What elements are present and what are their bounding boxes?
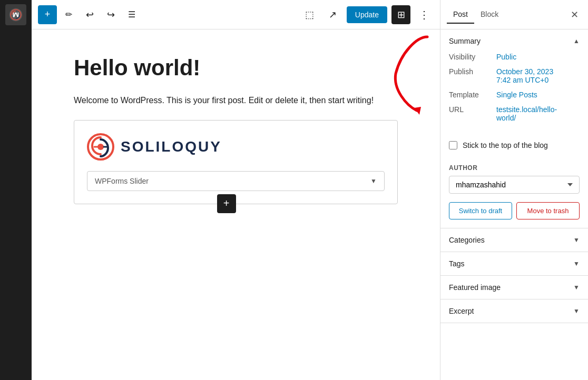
sticky-label[interactable]: Stick to the top of the blog	[463, 141, 548, 149]
featured-image-title: Featured image	[449, 283, 501, 292]
soliloquy-block[interactable]: SOLILOQUY WPForms Slider ▼ +	[74, 120, 398, 204]
featured-image-section: Featured image ▼	[440, 276, 588, 299]
url-value[interactable]: testsite.local/hello- world/	[496, 105, 557, 122]
view-post-button[interactable]: ↗	[324, 5, 342, 24]
publish-time: 7:42 am UTC+0	[496, 76, 553, 84]
plus-icon: +	[223, 197, 230, 209]
redo-icon: ↪	[107, 9, 115, 21]
add-block-button[interactable]: +	[38, 5, 57, 24]
preview-icon: ⬚	[305, 9, 314, 21]
right-sidebar: Post Block ✕ Summary ▲ Visibility Public…	[440, 0, 588, 380]
editor-wrap: + ✏ ↩ ↪ ☰ ⬚ ↗ Update ⊞ ⋮	[32, 0, 440, 380]
url-row: URL testsite.local/hello- world/	[449, 105, 580, 122]
slider-select[interactable]: WPForms Slider ▼	[87, 171, 385, 191]
more-options-button[interactable]: ⋮	[415, 5, 434, 24]
svg-point-2	[97, 144, 104, 150]
visibility-row: Visibility Public	[449, 53, 580, 61]
categories-section: Categories ▼	[440, 228, 588, 252]
url-part2: world/	[496, 114, 557, 122]
publish-row: Publish October 30, 2023 7:42 am UTC+0	[449, 67, 580, 84]
publish-date: October 30, 2023	[496, 67, 553, 76]
redo-button[interactable]: ↪	[101, 5, 120, 24]
url-label: URL	[449, 105, 496, 114]
url-part1: testsite.local/hello-	[496, 105, 557, 114]
summary-section-header[interactable]: Summary ▲	[440, 29, 588, 53]
summary-section: Summary ▲ Visibility Public Publish Octo…	[440, 29, 588, 228]
sidebar-tabs: Post Block ✕	[440, 0, 588, 29]
svg-point-0	[9, 8, 23, 22]
toolbar-right: ⬚ ↗ Update ⊞ ⋮	[300, 5, 434, 24]
plus-icon: +	[45, 9, 51, 20]
external-link-icon: ↗	[329, 9, 337, 21]
settings-icon: ⊞	[397, 9, 405, 21]
excerpt-chevron-icon: ▼	[573, 307, 580, 315]
wp-logo-icon	[8, 7, 23, 22]
featured-image-section-header[interactable]: Featured image ▼	[440, 276, 588, 299]
visibility-value[interactable]: Public	[496, 53, 516, 61]
featured-image-chevron-icon: ▼	[573, 284, 580, 291]
preview-button[interactable]: ⬚	[300, 5, 319, 24]
summary-chevron-icon: ▲	[573, 37, 580, 45]
list-icon: ☰	[128, 9, 135, 19]
post-title[interactable]: Hello world!	[74, 55, 398, 81]
soliloquy-logo-text: SOLILOQUY	[121, 138, 222, 155]
excerpt-section-header[interactable]: Excerpt ▼	[440, 299, 588, 323]
ellipsis-icon: ⋮	[419, 8, 430, 21]
excerpt-title: Excerpt	[449, 307, 474, 315]
update-button[interactable]: Update	[347, 6, 387, 23]
tags-section: Tags ▼	[440, 252, 588, 276]
categories-chevron-icon: ▼	[573, 236, 580, 244]
undo-button[interactable]: ↩	[80, 5, 99, 24]
switch-to-draft-button[interactable]: Switch to draft	[449, 202, 512, 219]
wp-logo[interactable]	[5, 4, 26, 25]
summary-title: Summary	[449, 37, 481, 45]
visibility-label: Visibility	[449, 53, 496, 61]
editor-content[interactable]: Hello world! Welcome to WordPress. This …	[32, 29, 440, 380]
list-view-button[interactable]: ☰	[122, 5, 141, 24]
sticky-checkbox-row: Stick to the top of the blog	[440, 137, 588, 154]
tags-title: Tags	[449, 259, 465, 268]
slider-select-value: WPForms Slider	[95, 177, 149, 185]
edit-icon: ✏	[65, 9, 72, 19]
admin-sidebar	[0, 0, 32, 380]
template-value[interactable]: Single Posts	[496, 91, 537, 99]
summary-content: Visibility Public Publish October 30, 20…	[440, 53, 588, 137]
template-label: Template	[449, 91, 496, 99]
action-buttons: Switch to draft Move to trash	[440, 202, 588, 228]
close-sidebar-button[interactable]: ✕	[567, 7, 582, 22]
chevron-down-icon: ▼	[370, 177, 377, 185]
author-section: AUTHOR mhamzashahid	[440, 158, 588, 202]
publish-label: Publish	[449, 67, 496, 76]
tab-block[interactable]: Block	[474, 6, 505, 24]
tags-chevron-icon: ▼	[573, 260, 580, 267]
soliloquy-logo-icon	[87, 133, 114, 161]
top-toolbar: + ✏ ↩ ↪ ☰ ⬚ ↗ Update ⊞ ⋮	[32, 0, 440, 29]
author-label: AUTHOR	[449, 164, 580, 172]
excerpt-section: Excerpt ▼	[440, 299, 588, 323]
publish-value[interactable]: October 30, 2023 7:42 am UTC+0	[496, 67, 553, 84]
soliloquy-logo: SOLILOQUY	[87, 133, 385, 161]
add-block-below-button[interactable]: +	[217, 194, 236, 213]
post-body[interactable]: Welcome to WordPress. This is your first…	[74, 94, 398, 107]
undo-icon: ↩	[86, 9, 94, 21]
template-row: Template Single Posts	[449, 91, 580, 99]
tab-post[interactable]: Post	[447, 6, 474, 24]
sticky-checkbox[interactable]	[449, 141, 457, 149]
categories-title: Categories	[449, 236, 485, 244]
tags-section-header[interactable]: Tags ▼	[440, 252, 588, 275]
tools-button[interactable]: ✏	[59, 5, 78, 24]
settings-toggle-button[interactable]: ⊞	[391, 5, 410, 24]
author-select[interactable]: mhamzashahid	[449, 176, 580, 194]
categories-section-header[interactable]: Categories ▼	[440, 228, 588, 252]
move-to-trash-button[interactable]: Move to trash	[516, 202, 580, 219]
